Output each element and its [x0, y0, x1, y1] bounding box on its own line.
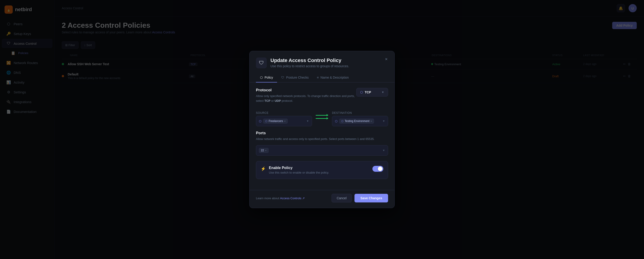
toggle-icon: ⚡ [261, 166, 266, 171]
modal-header: 🛡 Update Access Control Policy Use this … [250, 51, 394, 73]
chip-close-dest[interactable]: × [370, 120, 372, 122]
port-close[interactable]: × [265, 149, 266, 152]
tab-name-icon: ≡ [317, 76, 318, 79]
protocol-title: Protocol [256, 88, 356, 93]
port-chip: 22 × [259, 148, 269, 153]
arrow-line-1 [316, 114, 328, 116]
protocol-value: TCP [365, 90, 371, 94]
tab-policy[interactable]: ⬡ Policy [256, 73, 277, 83]
tab-name-description[interactable]: ≡ Name & Description [313, 73, 353, 83]
arrow-lines [316, 114, 328, 120]
arrow-bar-2 [316, 118, 326, 119]
modal-overlay: 🛡 Update Access Control Policy Use this … [0, 0, 644, 259]
tab-posture-icon: 🛡 [281, 76, 284, 79]
protocol-section: Protocol Allow only specified network pr… [256, 88, 388, 107]
chip-icon: ⬡ [265, 120, 268, 123]
cancel-button[interactable]: Cancel [332, 194, 352, 202]
modal-footer: Learn more about Access Controls ↗ Cance… [250, 190, 394, 208]
source-chevron-icon: ▼ [306, 120, 309, 123]
ports-chevron-icon: ▼ [382, 149, 385, 152]
modal-tabs: ⬡ Policy 🛡 Posture Checks ≡ Name & Descr… [250, 73, 394, 83]
dest-section: Destination ⬡ ⬡ Testing Environment × ▼ [332, 111, 388, 126]
modal-body: Protocol Allow only specified network pr… [250, 83, 394, 190]
enable-toggle[interactable] [372, 166, 383, 172]
tab-posture-label: Posture Checks [286, 76, 308, 79]
save-changes-button[interactable]: Save Changes [354, 194, 388, 202]
source-label: Source [256, 111, 312, 115]
tab-posture-checks[interactable]: 🛡 Posture Checks [277, 73, 313, 83]
tab-policy-icon: ⬡ [260, 76, 263, 79]
chevron-down-icon: ▼ [382, 91, 384, 94]
access-controls-footer-link[interactable]: Access Controls ↗ [280, 196, 305, 200]
dest-icon: ⬡ [335, 120, 338, 123]
protocol-select-inner: ⬡ TCP [360, 90, 371, 94]
dest-label: Destination [332, 111, 388, 115]
dest-chip-label: Testing Environment [345, 120, 370, 123]
port-value: 22 [261, 149, 264, 152]
source-dest-row: Source ⬡ ⬡ Freelancers × ▼ [256, 111, 388, 126]
chip-close[interactable]: × [284, 120, 286, 122]
chip-icon: ⬡ [341, 120, 344, 123]
update-policy-modal: 🛡 Update Access Control Policy Use this … [249, 51, 395, 208]
ports-desc: Allow network traffic and access only to… [256, 137, 388, 142]
source-input[interactable]: ⬡ ⬡ Freelancers × ▼ [256, 116, 312, 126]
source-section: Source ⬡ ⬡ Freelancers × ▼ [256, 111, 312, 126]
arrow-bar [316, 115, 326, 116]
dest-input[interactable]: ⬡ ⬡ Testing Environment × ▼ [332, 116, 388, 126]
source-icon: ⬡ [259, 120, 261, 123]
dest-chevron-icon: ▼ [382, 120, 385, 123]
ports-input[interactable]: 22 × ▼ [256, 145, 388, 156]
footer-actions: Cancel Save Changes [332, 194, 388, 202]
footer-learn: Learn more about Access Controls ↗ [256, 196, 305, 200]
enable-policy-left: ⚡ Enable Policy Use this switch to enabl… [261, 166, 329, 174]
arrow-line-2 [316, 117, 328, 120]
protocol-select[interactable]: ⬡ TCP ▼ [356, 88, 388, 97]
enable-desc: Use this switch to enable or disable the… [269, 171, 329, 174]
arrow-head [326, 114, 328, 116]
close-button[interactable]: × [383, 56, 390, 63]
modal-title-area: Update Access Control Policy Use this po… [270, 58, 349, 68]
dest-chip: ⬡ Testing Environment × [339, 119, 374, 124]
ports-title: Ports [256, 131, 388, 135]
enable-title: Enable Policy [269, 166, 329, 170]
modal-title: Update Access Control Policy [270, 58, 349, 63]
modal-icon: 🛡 [256, 58, 267, 68]
enable-text: Enable Policy Use this switch to enable … [269, 166, 329, 174]
ports-section: Ports Allow network traffic and access o… [256, 131, 388, 156]
external-link-icon: ↗ [302, 196, 305, 200]
source-chip-label: Freelancers [269, 120, 283, 123]
tab-name-label: Name & Description [320, 76, 349, 79]
enable-policy-box: ⚡ Enable Policy Use this switch to enabl… [256, 161, 388, 179]
protocol-text: Protocol Allow only specified network pr… [256, 88, 356, 107]
source-chip: ⬡ Freelancers × [263, 119, 288, 124]
tab-policy-label: Policy [264, 76, 273, 79]
protocol-icon: ⬡ [360, 90, 363, 94]
arrow-head-2 [326, 117, 328, 120]
protocol-desc: Allow only specified network protocols. … [256, 94, 356, 103]
modal-subtitle: Use this policy to restrict access to gr… [270, 64, 349, 68]
toggle-thumb [378, 166, 382, 171]
arrow-container [316, 111, 328, 120]
